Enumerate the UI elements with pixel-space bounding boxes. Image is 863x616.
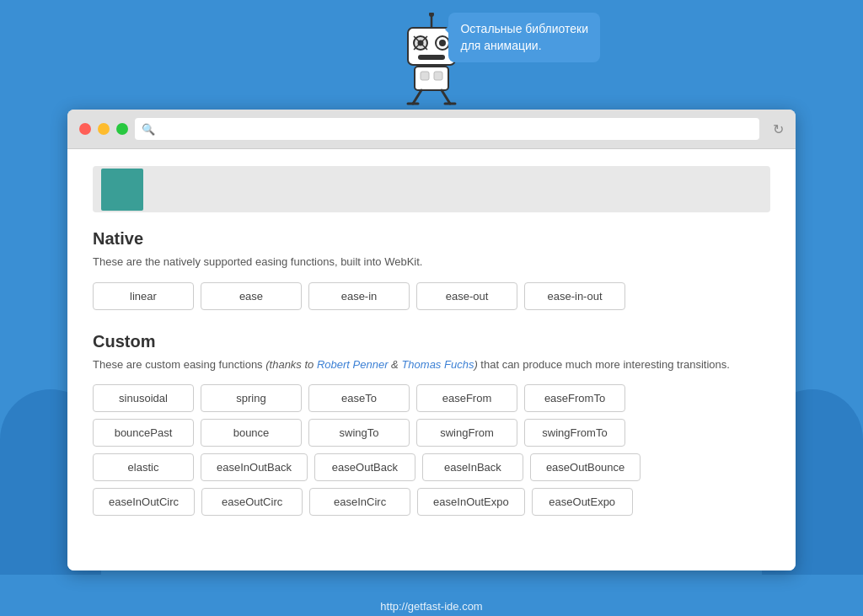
svg-rect-9 — [418, 55, 445, 60]
svg-rect-10 — [415, 67, 448, 90]
btn-easeinback[interactable]: easeInBack — [422, 453, 523, 481]
speech-bubble-text: Остальные библиотекидля анимации. — [460, 22, 588, 52]
browser-content: Native These are the natively supported … — [67, 149, 796, 570]
refresh-icon[interactable]: ↻ — [773, 121, 784, 137]
svg-point-8 — [439, 40, 446, 46]
btn-swingto[interactable]: swingTo — [308, 419, 410, 447]
footer: http://getfast-ide.com — [0, 587, 863, 616]
btn-spring[interactable]: spring — [201, 384, 302, 412]
robot-area: Остальные библиотекидля анимации. — [0, 0, 863, 110]
btn-bounce[interactable]: bounce — [201, 419, 302, 447]
btn-swingfrom[interactable]: swingFrom — [416, 419, 517, 447]
btn-easeoutbounce[interactable]: easeOutBounce — [530, 453, 641, 481]
btn-easeincirc[interactable]: easeInCirc — [309, 488, 410, 516]
btn-ease-in-out[interactable]: ease-in-out — [524, 282, 625, 310]
native-section-desc: These are the natively supported easing … — [93, 254, 770, 271]
animation-box — [101, 169, 143, 211]
btn-ease-in[interactable]: ease-in — [308, 282, 410, 310]
btn-linear[interactable]: linear — [93, 282, 194, 310]
url-bar[interactable]: 🔍 — [135, 118, 759, 140]
btn-easeoutback[interactable]: easeOutBack — [314, 453, 415, 481]
btn-swingfromto[interactable]: swingFromTo — [524, 419, 625, 447]
btn-easeinoutback[interactable]: easeInOutBack — [201, 453, 308, 481]
svg-point-1 — [429, 13, 434, 17]
traffic-light-yellow[interactable] — [98, 123, 110, 135]
svg-rect-11 — [421, 72, 429, 80]
svg-point-7 — [418, 40, 424, 46]
btn-easeoutcirc[interactable]: easeOutCirc — [201, 488, 303, 516]
speech-bubble: Остальные библиотекидля анимации. — [448, 13, 600, 62]
btn-easeoutexpo[interactable]: easeOutExpo — [532, 488, 633, 516]
custom-button-row-1: sinusoidal spring easeTo easeFrom easeFr… — [93, 384, 770, 412]
search-icon: 🔍 — [142, 123, 155, 136]
custom-button-row-4: easeInOutCirc easeOutCirc easeInCirc eas… — [93, 488, 770, 516]
traffic-light-red[interactable] — [79, 123, 91, 135]
custom-section-desc: These are custom easing functions (thank… — [93, 356, 770, 373]
robert-penner-link[interactable]: Robert Penner — [317, 358, 389, 371]
native-section-title: Native — [93, 229, 770, 249]
btn-ease[interactable]: ease — [201, 282, 302, 310]
btn-bouncepast[interactable]: bouncePast — [93, 419, 194, 447]
footer-link[interactable]: http://getfast-ide.com — [380, 600, 482, 613]
btn-easefrom[interactable]: easeFrom — [416, 384, 517, 412]
traffic-light-green[interactable] — [116, 123, 128, 135]
btn-elastic[interactable]: elastic — [93, 453, 194, 481]
animation-bar — [93, 166, 770, 212]
svg-line-14 — [442, 90, 450, 104]
btn-easeinoutcirc[interactable]: easeInOutCirc — [93, 488, 195, 516]
custom-section-title: Custom — [93, 332, 770, 351]
btn-easeto[interactable]: easeTo — [308, 384, 410, 412]
native-button-row: linear ease ease-in ease-out ease-in-out — [93, 282, 770, 310]
svg-line-13 — [413, 90, 421, 104]
custom-section: Custom These are custom easing functions… — [93, 332, 770, 517]
browser-titlebar: 🔍 ↻ — [67, 110, 796, 149]
btn-sinusoidal[interactable]: sinusoidal — [93, 384, 194, 412]
custom-button-row-3: elastic easeInOutBack easeOutBack easeIn… — [93, 453, 770, 481]
btn-easefromto[interactable]: easeFromTo — [524, 384, 625, 412]
native-section: Native These are the natively supported … — [93, 229, 770, 310]
custom-button-row-2: bouncePast bounce swingTo swingFrom swin… — [93, 419, 770, 447]
thomas-fuchs-link[interactable]: Thomas Fuchs — [401, 358, 474, 371]
btn-ease-out[interactable]: ease-out — [416, 282, 517, 310]
browser-window: 🔍 ↻ Native These are the natively suppor… — [67, 110, 796, 570]
svg-rect-12 — [434, 72, 442, 80]
btn-easeinoutexpo[interactable]: easeInOutExpo — [417, 488, 525, 516]
